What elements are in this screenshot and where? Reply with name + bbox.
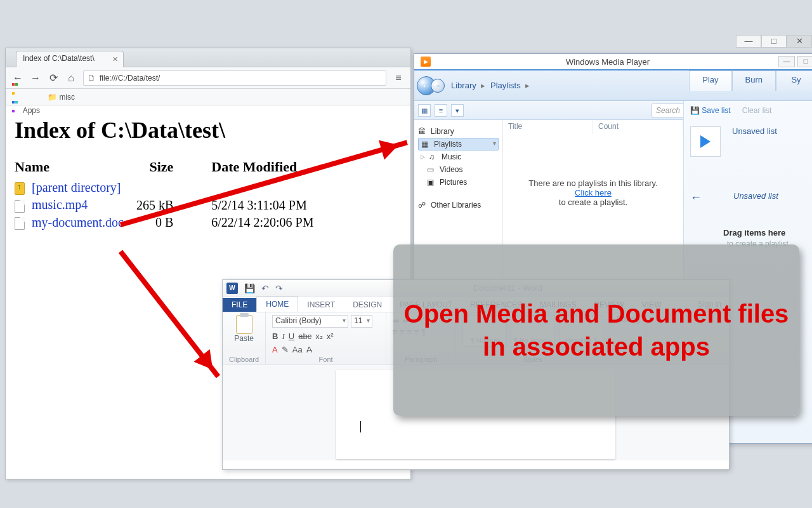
folder-icon: 📁 — [48, 93, 57, 102]
bold-button[interactable]: B — [272, 331, 278, 341]
tree-library[interactable]: 🏛 Library — [418, 125, 499, 138]
browser-tab[interactable]: Index of C:\Data\test\ ✕ — [16, 51, 124, 67]
subscript-button[interactable]: x₂ — [315, 331, 323, 341]
pictures-icon: ▣ — [427, 178, 436, 187]
stream-button[interactable]: ≡ — [435, 104, 447, 117]
library-icon: 🏛 — [418, 127, 427, 136]
desktop-close-button[interactable]: ✕ — [787, 35, 812, 48]
qat-save-button[interactable]: 💾 — [244, 283, 255, 293]
breadcrumb-root[interactable]: Library — [451, 81, 476, 90]
tree-label: Playlists — [434, 140, 462, 149]
save-list-label: Save list — [702, 106, 730, 115]
callout-text: Open Media and Document files in associa… — [393, 297, 799, 363]
music-icon: ♫ — [429, 152, 438, 161]
apps-label: Apps — [23, 106, 40, 115]
file-icon — [15, 217, 25, 230]
page-body: Index of C:\Data\test\ Name Size Date Mo… — [6, 105, 410, 243]
font-size-select[interactable]: 11 — [351, 315, 372, 328]
highlight-button[interactable]: ✎ — [282, 345, 289, 354]
tab-burn[interactable]: Burn — [732, 70, 776, 91]
apps-shortcut[interactable]: Apps — [12, 79, 40, 115]
organize-button[interactable]: ▦ — [418, 104, 431, 117]
home-button[interactable]: ⌂ — [65, 72, 77, 84]
tree-videos[interactable]: ▭ Videos — [418, 163, 499, 176]
tab-home[interactable]: HOME — [256, 297, 298, 312]
collapse-pane-button[interactable]: ← — [690, 191, 702, 204]
wmp-forward-button[interactable]: → — [431, 79, 445, 93]
col-name: Name — [15, 159, 136, 179]
apps-icon — [12, 79, 21, 88]
desktop-window-controls: — □ ✕ — [736, 35, 812, 48]
clear-list-button[interactable]: Clear list — [742, 106, 772, 115]
create-playlist-link[interactable]: Click here — [575, 188, 612, 197]
file-date: 6/22/14 2:20:06 PM — [211, 214, 326, 231]
chevron-right-icon: ▸ — [481, 81, 485, 90]
tree-other-libraries[interactable]: ☍ Other Libraries — [418, 199, 499, 211]
col-count[interactable]: Count — [593, 120, 683, 134]
breadcrumb[interactable]: Library ▸ Playlists ▸ — [451, 81, 532, 90]
tree-music[interactable]: ▷ ♫ Music — [418, 150, 499, 163]
video-icon: ▭ — [427, 165, 436, 174]
chevron-right-icon: ▸ — [525, 81, 530, 90]
reload-button[interactable]: ⟳ — [48, 72, 59, 84]
save-list-button[interactable]: 💾 Save list — [690, 106, 731, 115]
qat-undo-button[interactable]: ↶ — [261, 283, 269, 293]
close-tab-icon[interactable]: ✕ — [112, 55, 118, 64]
tab-strip: Index of C:\Data\test\ ✕ — [6, 48, 410, 67]
desktop-minimize-button[interactable]: — — [736, 35, 761, 48]
empty-state: There are no playlists in this library. … — [503, 178, 683, 207]
up-icon — [15, 182, 25, 195]
unsaved-list-label: Unsaved list — [732, 126, 777, 136]
wmp-app-icon — [421, 57, 431, 67]
save-icon: 💾 — [690, 106, 700, 115]
col-size: Size — [136, 159, 211, 179]
page-icon: 🗋 — [88, 73, 96, 83]
annotation-callout: Open Media and Document files in associa… — [393, 244, 799, 416]
paste-button[interactable]: Paste — [229, 315, 259, 343]
play-placeholder — [690, 126, 721, 157]
bookmark-misc[interactable]: 📁 misc — [48, 93, 75, 102]
file-row[interactable]: my-document.doc 0 B 6/22/14 2:20:06 PM — [15, 214, 326, 231]
word-app-icon: W — [226, 283, 238, 294]
file-link[interactable]: music.mp4 — [32, 197, 88, 211]
play-icon — [700, 135, 710, 148]
change-case-button[interactable]: Aa — [292, 345, 303, 354]
underline-button[interactable]: U — [289, 331, 294, 341]
view-options-button[interactable]: ▾ — [451, 104, 464, 117]
font-format-row-2: A ✎ Aa A̶ — [272, 345, 379, 354]
tab-design[interactable]: DESIGN — [344, 298, 391, 312]
address-bar[interactable]: 🗋 file:///C:/Data/test/ — [83, 70, 386, 86]
tree-playlists[interactable]: ▦ Playlists — [418, 138, 499, 150]
menu-button[interactable]: ≡ — [393, 72, 404, 84]
italic-button[interactable]: I — [282, 331, 284, 342]
wmp-maximize-button[interactable]: □ — [797, 56, 812, 67]
bookmarks-bar: Apps 📁 misc — [6, 89, 410, 105]
clipboard-icon — [236, 315, 252, 334]
empty-line2: to create a playlist. — [503, 197, 683, 207]
wmp-titlebar: Windows Media Player — □ — [414, 54, 812, 70]
tab-play[interactable]: Play — [689, 70, 731, 91]
qat-redo-button[interactable]: ↷ — [275, 283, 283, 293]
paste-label: Paste — [234, 334, 254, 343]
font-color-button[interactable]: A — [272, 345, 278, 354]
text-cursor — [360, 421, 361, 432]
tree-pictures[interactable]: ▣ Pictures — [418, 176, 499, 189]
desktop-maximize-button[interactable]: □ — [761, 35, 787, 48]
expand-icon[interactable]: ▷ — [421, 154, 425, 160]
tab-file[interactable]: FILE — [223, 298, 256, 312]
wmp-minimize-button[interactable]: — — [778, 56, 795, 67]
playlist-icon: ▦ — [421, 140, 430, 149]
clear-formatting-button[interactable]: A̶ — [306, 345, 312, 354]
file-icon — [15, 200, 25, 213]
file-link[interactable]: my-document.doc — [32, 215, 124, 229]
unsaved-list-label-2: Unsaved list — [733, 191, 778, 201]
breadcrumb-node[interactable]: Playlists — [490, 81, 521, 90]
col-title[interactable]: Title — [503, 120, 593, 134]
tab-insert[interactable]: INSERT — [298, 298, 344, 312]
font-name-select[interactable]: Calibri (Body) — [272, 315, 348, 328]
superscript-button[interactable]: x² — [327, 331, 334, 341]
tab-sync[interactable]: Sy — [776, 70, 812, 91]
tree-label: Pictures — [440, 178, 467, 187]
strike-button[interactable]: abc — [298, 331, 311, 341]
parent-directory-link[interactable]: [parent directory] — [32, 180, 121, 194]
